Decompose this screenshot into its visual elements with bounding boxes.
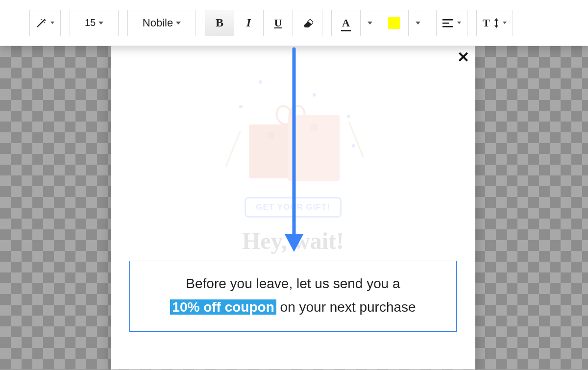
eraser-button[interactable] <box>293 10 322 36</box>
underline-button[interactable]: U <box>264 10 293 36</box>
font-color-dropdown[interactable] <box>361 10 379 36</box>
font-size-select[interactable]: 15 <box>70 10 119 36</box>
eraser-icon <box>302 19 313 27</box>
chevron-down-icon <box>98 22 103 25</box>
text-style-group: B I U <box>205 10 322 36</box>
close-button[interactable]: ✕ <box>457 50 469 65</box>
font-color-icon: A <box>342 17 350 29</box>
chevron-down-icon <box>176 22 181 25</box>
italic-icon: I <box>246 16 251 29</box>
line-height-button[interactable]: T <box>476 10 513 36</box>
popup-card: ✕ GET YOUR GIFT! Hey, wait! Before you l… <box>111 46 475 370</box>
svg-point-2 <box>45 20 46 21</box>
magic-wand-button[interactable] <box>29 10 61 36</box>
svg-rect-5 <box>442 26 453 27</box>
align-left-icon <box>442 19 453 27</box>
magic-wand-icon <box>36 18 47 28</box>
body-text-after: on your next purchase <box>276 299 416 315</box>
align-button[interactable] <box>436 10 467 36</box>
bold-icon: B <box>216 16 223 29</box>
underline-icon: U <box>274 17 282 29</box>
rich-text-toolbar: 15 Nobile B I U A <box>0 0 588 46</box>
magic-group <box>29 10 61 36</box>
line-height-group: T <box>476 10 513 36</box>
chevron-down-icon <box>457 22 461 24</box>
italic-button[interactable]: I <box>234 10 264 36</box>
gift-illustration: GET YOUR GIFT! <box>229 75 357 218</box>
highlight-color-button[interactable] <box>379 10 409 36</box>
svg-point-1 <box>41 19 42 20</box>
font-family-value: Nobile <box>143 17 173 29</box>
svg-rect-6 <box>496 21 497 25</box>
svg-rect-4 <box>442 23 449 24</box>
vertical-arrows-icon <box>494 18 499 28</box>
align-group <box>436 10 467 36</box>
font-color-button[interactable]: A <box>331 10 361 36</box>
font-color-group: A <box>331 10 427 36</box>
chevron-down-icon <box>368 22 372 25</box>
body-text-before: Before you leave, let us send you a <box>186 276 400 291</box>
gift-badge: GET YOUR GIFT! <box>245 197 342 218</box>
bold-button[interactable]: B <box>205 10 234 36</box>
font-family-group: Nobile <box>127 10 196 36</box>
svg-rect-3 <box>442 19 453 21</box>
body-text-selected: 10% off coupon <box>170 299 276 315</box>
popup-heading: Hey, wait! <box>111 227 475 254</box>
font-size-group: 15 <box>70 10 119 36</box>
line-height-letter: T <box>483 17 490 29</box>
editable-text-block[interactable]: Before you leave, let us send you a 10% … <box>129 261 457 332</box>
chevron-down-icon <box>50 22 54 24</box>
editor-canvas: ✕ GET YOUR GIFT! Hey, wait! Before you l… <box>0 46 588 370</box>
chevron-down-icon <box>416 22 420 25</box>
highlight-color-dropdown[interactable] <box>409 10 427 36</box>
highlight-swatch <box>388 17 400 29</box>
chevron-down-icon <box>503 22 507 24</box>
font-family-select[interactable]: Nobile <box>127 10 196 36</box>
svg-point-0 <box>44 22 45 23</box>
font-size-value: 15 <box>85 17 96 28</box>
